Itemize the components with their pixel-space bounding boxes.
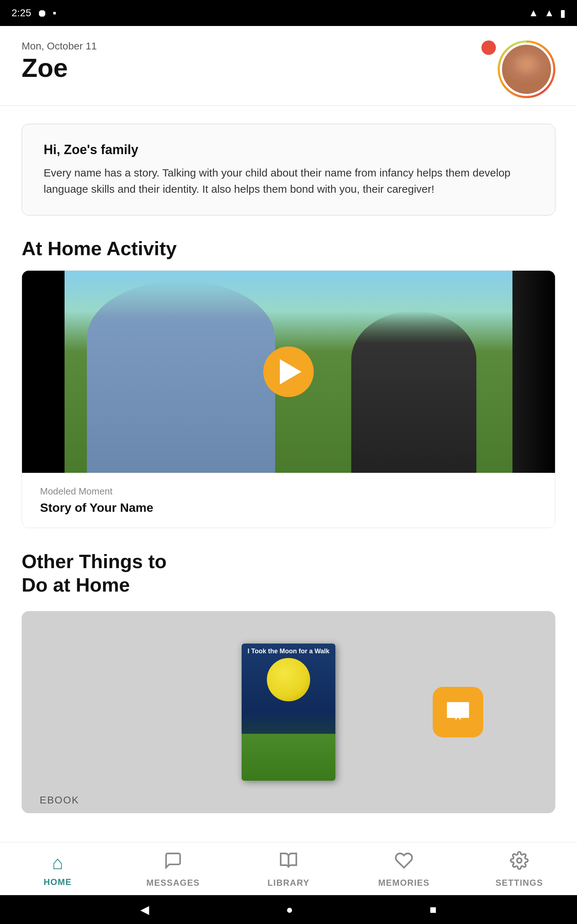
- bottom-nav: ⌂ HOME MESSAGES LIBRARY MEMORIES: [0, 842, 577, 895]
- svg-point-0: [517, 858, 522, 863]
- settings-label: SETTINGS: [495, 878, 543, 888]
- home-label: HOME: [44, 877, 72, 887]
- book-cover: I Took the Moon for a Walk: [242, 643, 335, 781]
- back-button[interactable]: ◀: [140, 903, 149, 916]
- circle-icon: ⏺: [37, 7, 47, 19]
- play-button[interactable]: [263, 347, 314, 397]
- user-name: Zoe: [22, 55, 97, 81]
- battery-icon: ▮: [560, 7, 566, 19]
- messages-label: MESSAGES: [147, 878, 200, 888]
- nav-item-settings[interactable]: SETTINGS: [487, 851, 552, 888]
- memories-label: MEMORIES: [378, 878, 430, 888]
- book-card[interactable]: I Took the Moon for a Walk EBOOK: [22, 611, 555, 813]
- home-icon: ⌂: [52, 852, 63, 874]
- greeting-card: Hi, Zoe's family Every name has a story.…: [22, 124, 555, 215]
- video-category: Modeled Moment: [40, 486, 537, 497]
- video-info: Modeled Moment Story of Your Name: [22, 473, 555, 528]
- at-home-section-title: At Home Activity: [22, 237, 555, 260]
- video-title: Story of Your Name: [40, 501, 537, 515]
- nav-item-home[interactable]: ⌂ HOME: [25, 852, 90, 887]
- sim-icon: ▪: [53, 7, 56, 19]
- nav-item-library[interactable]: LIBRARY: [256, 851, 321, 888]
- library-label: LIBRARY: [268, 878, 309, 888]
- main-content: Hi, Zoe's family Every name has a story.…: [0, 106, 577, 842]
- book-open-icon: [445, 699, 471, 725]
- video-person-right: [351, 311, 477, 473]
- video-card[interactable]: Modeled Moment Story of Your Name: [22, 270, 555, 528]
- play-triangle-icon: [280, 359, 301, 384]
- date-display: Mon, October 11: [22, 40, 97, 52]
- book-cover-title: I Took the Moon for a Walk: [245, 647, 332, 656]
- wifi-icon: ▲: [529, 7, 539, 19]
- recent-button[interactable]: ■: [429, 903, 436, 916]
- nav-item-messages[interactable]: MESSAGES: [141, 851, 206, 888]
- signal-icon: ▲: [544, 7, 554, 19]
- memories-icon: [395, 851, 413, 874]
- ebook-label: EBOOK: [40, 795, 79, 806]
- video-person-left: [87, 281, 275, 473]
- greeting-title: Hi, Zoe's family: [44, 142, 533, 157]
- avatar[interactable]: [498, 40, 555, 98]
- book-cover-ground: [242, 734, 335, 781]
- android-nav: ◀ ● ■: [0, 895, 577, 924]
- status-bar: 2:25 ⏺ ▪ ▲ ▲ ▮: [0, 0, 577, 26]
- greeting-body: Every name has a story. Talking with you…: [44, 165, 533, 197]
- other-things-title: Other Things to Do at Home: [22, 550, 555, 597]
- nav-item-memories[interactable]: MEMORIES: [371, 851, 436, 888]
- child-photo: [502, 45, 551, 94]
- library-icon: [279, 851, 298, 874]
- notification-dot[interactable]: [482, 40, 496, 55]
- home-button[interactable]: ●: [286, 903, 293, 916]
- ebook-icon[interactable]: [433, 687, 483, 737]
- messages-icon: [164, 851, 182, 874]
- header: Mon, October 11 Zoe: [0, 26, 577, 106]
- video-thumbnail[interactable]: [22, 271, 555, 473]
- time-display: 2:25: [11, 7, 31, 19]
- book-cover-moon: [267, 658, 310, 701]
- settings-icon: [510, 851, 529, 874]
